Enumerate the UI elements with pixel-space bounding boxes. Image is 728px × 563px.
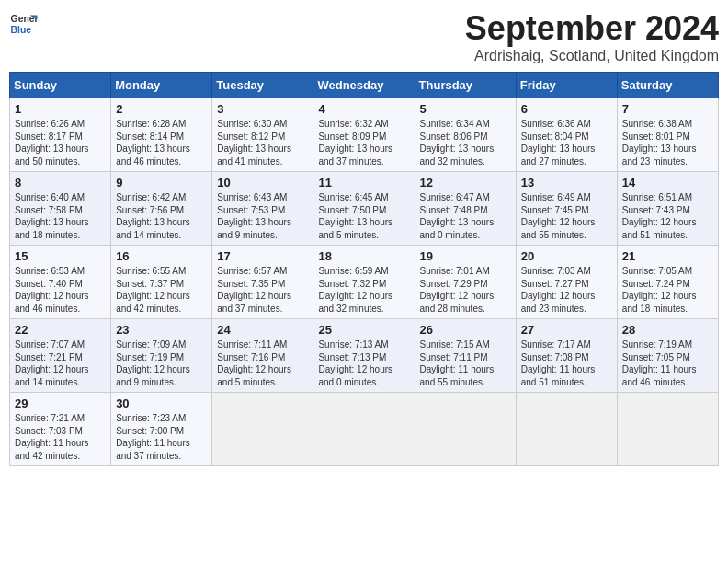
- sunset-text: Sunset: 7:00 PM: [116, 426, 184, 436]
- daylight-text: Daylight: 12 hours and 37 minutes.: [217, 291, 291, 314]
- sunrise-text: Sunrise: 7:11 AM: [217, 339, 287, 350]
- sunset-text: Sunset: 7:27 PM: [521, 279, 589, 289]
- sunrise-text: Sunrise: 6:32 AM: [318, 119, 388, 129]
- sunrise-text: Sunrise: 6:36 AM: [521, 119, 591, 129]
- cell-info: Sunrise: 6:57 AM Sunset: 7:35 PM Dayligh…: [217, 265, 308, 315]
- calendar-cell: [617, 393, 718, 466]
- daylight-text: Daylight: 13 hours and 5 minutes.: [318, 217, 392, 240]
- daylight-text: Daylight: 11 hours and 37 minutes.: [116, 438, 190, 461]
- cell-info: Sunrise: 7:07 AM Sunset: 7:21 PM Dayligh…: [15, 339, 106, 388]
- sunset-text: Sunset: 7:05 PM: [622, 352, 690, 362]
- sunset-text: Sunset: 7:40 PM: [15, 279, 83, 289]
- cell-info: Sunrise: 6:28 AM Sunset: 8:14 PM Dayligh…: [116, 118, 207, 167]
- cell-info: Sunrise: 7:15 AM Sunset: 7:11 PM Dayligh…: [420, 339, 511, 388]
- calendar-subtitle: Ardrishaig, Scotland, United Kingdom: [465, 48, 719, 64]
- sunset-text: Sunset: 7:35 PM: [217, 279, 285, 289]
- day-number: 11: [318, 176, 409, 190]
- cell-info: Sunrise: 7:11 AM Sunset: 7:16 PM Dayligh…: [217, 339, 308, 388]
- sunrise-text: Sunrise: 6:30 AM: [217, 119, 287, 129]
- sunset-text: Sunset: 7:50 PM: [318, 205, 386, 215]
- calendar-cell: [516, 393, 617, 466]
- calendar-cell: [212, 393, 313, 466]
- sunrise-text: Sunrise: 6:26 AM: [15, 119, 85, 129]
- sunrise-text: Sunrise: 6:34 AM: [420, 119, 490, 129]
- sunset-text: Sunset: 8:04 PM: [521, 132, 589, 142]
- sunrise-text: Sunrise: 7:01 AM: [420, 266, 490, 276]
- sunset-text: Sunset: 7:13 PM: [318, 352, 386, 362]
- daylight-text: Daylight: 12 hours and 5 minutes.: [217, 364, 291, 387]
- sunrise-text: Sunrise: 6:57 AM: [217, 266, 287, 276]
- cell-info: Sunrise: 7:17 AM Sunset: 7:08 PM Dayligh…: [521, 339, 612, 388]
- sunset-text: Sunset: 7:21 PM: [15, 352, 83, 362]
- daylight-text: Daylight: 11 hours and 42 minutes.: [15, 438, 89, 461]
- calendar-cell: 16 Sunrise: 6:55 AM Sunset: 7:37 PM Dayl…: [111, 246, 212, 319]
- calendar-cell: 24 Sunrise: 7:11 AM Sunset: 7:16 PM Dayl…: [212, 319, 313, 393]
- sunrise-text: Sunrise: 6:28 AM: [116, 119, 186, 129]
- col-header-thursday: Thursday: [415, 73, 516, 98]
- sunset-text: Sunset: 7:43 PM: [622, 205, 690, 215]
- daylight-text: Daylight: 12 hours and 9 minutes.: [116, 364, 190, 387]
- day-number: 12: [420, 176, 511, 190]
- day-number: 26: [420, 323, 511, 337]
- calendar-cell: 21 Sunrise: 7:05 AM Sunset: 7:24 PM Dayl…: [617, 246, 718, 319]
- cell-info: Sunrise: 7:21 AM Sunset: 7:03 PM Dayligh…: [15, 412, 106, 462]
- daylight-text: Daylight: 13 hours and 32 minutes.: [420, 144, 495, 167]
- calendar-cell: 4 Sunrise: 6:32 AM Sunset: 8:09 PM Dayli…: [313, 98, 415, 172]
- sunset-text: Sunset: 8:12 PM: [217, 132, 285, 142]
- cell-info: Sunrise: 6:36 AM Sunset: 8:04 PM Dayligh…: [521, 118, 612, 167]
- sunset-text: Sunset: 7:03 PM: [15, 426, 83, 436]
- sunrise-text: Sunrise: 7:09 AM: [116, 339, 186, 350]
- svg-text:Blue: Blue: [11, 25, 32, 35]
- header: General Blue September 2024 Ardrishaig, …: [9, 9, 719, 64]
- col-header-wednesday: Wednesday: [313, 73, 415, 98]
- daylight-text: Daylight: 11 hours and 46 minutes.: [622, 364, 697, 387]
- day-number: 8: [15, 176, 106, 190]
- day-number: 4: [318, 102, 409, 116]
- calendar-cell: 13 Sunrise: 6:49 AM Sunset: 7:45 PM Dayl…: [516, 172, 617, 246]
- sunrise-text: Sunrise: 7:05 AM: [622, 266, 692, 276]
- daylight-text: Daylight: 12 hours and 51 minutes.: [622, 217, 697, 240]
- day-number: 2: [116, 102, 207, 116]
- day-number: 5: [420, 102, 511, 116]
- daylight-text: Daylight: 12 hours and 28 minutes.: [420, 291, 495, 314]
- sunrise-text: Sunrise: 7:17 AM: [521, 339, 591, 350]
- calendar-cell: 29 Sunrise: 7:21 AM Sunset: 7:03 PM Dayl…: [10, 393, 111, 466]
- cell-info: Sunrise: 6:53 AM Sunset: 7:40 PM Dayligh…: [15, 265, 106, 315]
- cell-info: Sunrise: 6:45 AM Sunset: 7:50 PM Dayligh…: [318, 191, 409, 241]
- sunrise-text: Sunrise: 6:47 AM: [420, 192, 490, 202]
- daylight-text: Daylight: 12 hours and 42 minutes.: [116, 291, 190, 314]
- sunrise-text: Sunrise: 6:38 AM: [622, 119, 692, 129]
- logo-icon: General Blue: [9, 9, 39, 39]
- sunset-text: Sunset: 7:29 PM: [420, 279, 488, 289]
- day-number: 18: [318, 249, 409, 263]
- cell-info: Sunrise: 7:01 AM Sunset: 7:29 PM Dayligh…: [420, 265, 511, 315]
- day-number: 27: [521, 323, 612, 337]
- cell-info: Sunrise: 6:51 AM Sunset: 7:43 PM Dayligh…: [622, 191, 713, 241]
- logo: General Blue: [9, 9, 39, 39]
- calendar-cell: 15 Sunrise: 6:53 AM Sunset: 7:40 PM Dayl…: [10, 246, 111, 319]
- calendar-cell: 27 Sunrise: 7:17 AM Sunset: 7:08 PM Dayl…: [516, 319, 617, 393]
- calendar-cell: 7 Sunrise: 6:38 AM Sunset: 8:01 PM Dayli…: [617, 98, 718, 172]
- calendar-cell: 25 Sunrise: 7:13 AM Sunset: 7:13 PM Dayl…: [313, 319, 415, 393]
- cell-info: Sunrise: 6:59 AM Sunset: 7:32 PM Dayligh…: [318, 265, 409, 315]
- day-number: 29: [15, 396, 106, 410]
- daylight-text: Daylight: 13 hours and 14 minutes.: [116, 217, 190, 240]
- calendar-title: September 2024: [465, 9, 719, 48]
- sunrise-text: Sunrise: 6:45 AM: [318, 192, 388, 202]
- daylight-text: Daylight: 12 hours and 46 minutes.: [15, 291, 89, 314]
- cell-info: Sunrise: 6:26 AM Sunset: 8:17 PM Dayligh…: [15, 118, 106, 167]
- sunrise-text: Sunrise: 7:19 AM: [622, 339, 692, 350]
- header-row: SundayMondayTuesdayWednesdayThursdayFrid…: [10, 73, 719, 98]
- sunrise-text: Sunrise: 6:43 AM: [217, 192, 287, 202]
- calendar-cell: [313, 393, 415, 466]
- daylight-text: Daylight: 13 hours and 37 minutes.: [318, 144, 392, 167]
- calendar-cell: 22 Sunrise: 7:07 AM Sunset: 7:21 PM Dayl…: [10, 319, 111, 393]
- day-number: 17: [217, 249, 308, 263]
- col-header-saturday: Saturday: [617, 73, 718, 98]
- calendar-week-3: 15 Sunrise: 6:53 AM Sunset: 7:40 PM Dayl…: [10, 246, 719, 319]
- calendar-cell: 10 Sunrise: 6:43 AM Sunset: 7:53 PM Dayl…: [212, 172, 313, 246]
- calendar-cell: 14 Sunrise: 6:51 AM Sunset: 7:43 PM Dayl…: [617, 172, 718, 246]
- sunset-text: Sunset: 7:11 PM: [420, 352, 488, 362]
- daylight-text: Daylight: 13 hours and 9 minutes.: [217, 217, 291, 240]
- cell-info: Sunrise: 6:43 AM Sunset: 7:53 PM Dayligh…: [217, 191, 308, 241]
